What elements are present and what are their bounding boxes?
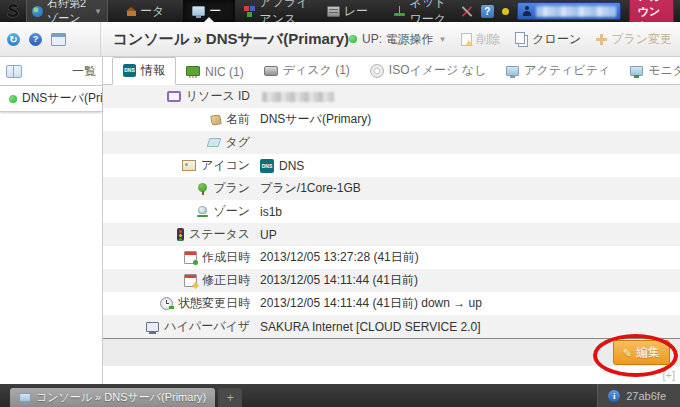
row-label-text: 名前 [226,111,250,128]
tab-monitor[interactable]: モニタ [620,58,680,84]
dns-badge-icon [260,159,274,173]
table-row-tags: タグ [103,131,680,154]
sidebar-header: 一覧 [0,57,102,86]
tab-disk[interactable]: ディスク (1) [254,58,360,84]
table-row-hypervisor: ハイパーバイザ SAKURA Internet [CLOUD SERVICE 2… [103,315,680,338]
image-icon [182,160,196,171]
resource-id-icon [167,91,181,102]
row-label-text: アイコン [201,157,250,174]
server-list-sidebar: 一覧 DNSサーバ(Primary) [0,57,103,384]
sidebar-header-label: 一覧 [72,63,96,80]
iso-disc-icon [370,64,384,78]
delete-button: 削除 [461,31,500,48]
account-name-button[interactable] [517,2,621,20]
row-value-text: プラン/1Core-1GB [250,180,361,197]
taskbar-tab-label: コンソール » DNSサーバ(Primary) [36,390,206,405]
pencil-icon [623,346,632,360]
tab-label: ISOイメージ なし [389,62,486,79]
plan-change-icon [596,34,607,45]
clone-button[interactable]: クローン [515,31,581,48]
tools-icon[interactable] [460,5,473,18]
clone-icon [515,32,525,44]
sidebar-item-dns-server[interactable]: DNSサーバ(Primary) [0,86,102,112]
power-status-dot-icon [349,35,357,43]
tab-label: アクティビティ [524,62,610,79]
appliance-icon [244,6,255,17]
tab-label: モニタ [648,62,680,79]
action-label: クローン [532,31,581,48]
plan-change-button: プラン変更 [596,31,672,48]
console-toolbar: コンソール » DNSサーバ(Primary) UP: 電源操作 削除 クローン… [0,22,680,57]
refresh-icon[interactable] [7,33,20,46]
home-icon [127,11,136,16]
table-row-name: 名前 DNSサーバ(Primary) [103,108,680,131]
row-value-text: 2013/12/05 13:27:28 (41日前) [250,249,419,266]
row-label-text: ステータス [189,226,250,243]
list-book-icon[interactable] [6,65,22,78]
action-label: プラン変更 [611,31,672,48]
tab-nic[interactable]: NIC (1) [176,61,254,84]
expand-toggle[interactable]: [+] [662,369,675,381]
detail-tabs: 情報 NIC (1) ディスク (1) ISOイメージ なし アクティビティ モ… [103,57,680,85]
nic-icon [186,66,200,76]
row-label-text: タグ [225,134,250,151]
new-tab-button[interactable]: + [218,388,242,407]
globe-icon [32,6,43,17]
main-menu: ステータス サーバ アプライアンス ストレージ ネットワーク [118,0,460,22]
table-row-zone: ゾーン is1b [103,200,680,223]
redacted-account-name [536,6,616,17]
top-navigation-bar: 石狩第2ゾーン ステータス サーバ アプライアンス ストレージ ネットワーク [0,0,680,22]
traffic-light-icon [177,228,184,241]
row-value-text: 2013/12/05 14:11:44 (41日前) down → up [250,295,482,312]
monitor-icon [630,66,643,76]
table-footer: 編集 [103,338,680,366]
sidebar-item-label: DNSサーバ(Primary) [22,90,102,107]
menu-item-network[interactable]: ネットワーク [385,0,459,22]
menu-item-status[interactable]: ステータス [118,0,183,22]
chevron-down-icon[interactable] [438,35,446,44]
tab-label: ディスク (1) [283,62,350,79]
chevron-down-icon [94,7,102,16]
toolbar-icon-group [0,22,101,56]
dns-badge-icon [123,64,136,77]
page-title: コンソール » DNSサーバ(Primary) [113,30,349,49]
help-icon[interactable] [481,5,494,18]
menu-item-server[interactable]: サーバ [183,0,235,22]
power-dropdown[interactable]: UP: 電源操作 [362,31,433,48]
status-dot-icon [9,95,17,103]
info-table: リソース ID 名前 DNSサーバ(Primary) タグ アイコン [103,85,680,338]
edit-button[interactable]: 編集 [613,340,670,365]
table-row-created: 作成日時 2013/12/05 13:27:28 (41日前) [103,246,680,269]
tab-activity[interactable]: アクティビティ [496,58,620,84]
monitor-icon [19,393,31,402]
table-row-icon: アイコン DNS [103,154,680,177]
server-icon [192,6,205,16]
taskbar-tab-console[interactable]: コンソール » DNSサーバ(Primary) [10,388,215,407]
menu-item-appliance[interactable]: アプライアンス [235,0,317,22]
window-icon[interactable] [51,33,66,46]
table-row-status: ステータス UP [103,223,680,246]
hypervisor-icon [146,322,159,332]
tab-iso-image[interactable]: ISOイメージ なし [360,58,496,84]
menu-item-storage[interactable]: ストレージ [318,0,386,22]
table-row-resource-id: リソース ID [103,85,680,108]
table-row-plan: プラン プラン/1Core-1GB [103,177,680,200]
info-icon[interactable] [608,390,620,402]
tab-info[interactable]: 情報 [112,57,176,85]
tab-label: NIC (1) [205,65,244,79]
name-tag-icon [210,114,222,126]
zone-globe-icon [197,206,208,217]
row-value-text: 2013/12/05 14:11:44 (41日前) [250,272,418,289]
help-circle-icon[interactable] [29,33,42,46]
edit-button-label: 編集 [636,344,660,361]
row-label-text: ゾーン [213,203,250,220]
tab-label: 情報 [141,62,165,79]
row-value-text: is1b [250,205,282,219]
row-value-text: DNSサーバ(Primary) [250,111,371,128]
disk-icon [264,66,278,76]
revision-indicator: 27ab6fe [597,384,680,407]
toolbar-actions: UP: 電源操作 削除 クローン プラン変更 [349,31,672,48]
delete-icon [461,33,472,46]
row-label-text: 修正日時 [202,272,250,289]
user-icon [522,6,532,17]
